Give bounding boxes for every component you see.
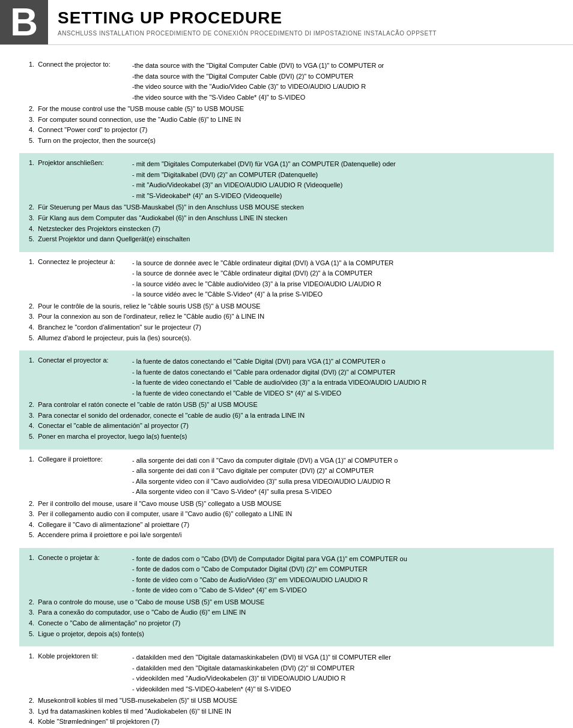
instruction-block-5: 1. Collegare il proiettore: - alla sorge… [24,456,549,541]
detail-line: -the video source with the "Audio/Video … [132,82,549,92]
simple-instruction: 2. Musekontroll kobles til med "USB-muse… [24,696,549,706]
instruction-number-7: 1. Koble projektoren til: [24,652,132,694]
simple-instruction: 2. Per il controllo del mouse, usare il … [24,499,549,510]
detail-line: - la source de donnée avec le "Câble ord… [132,258,549,268]
simple-instruction: 4. Netzstecker des Projektors einstecken… [24,224,549,235]
instruction-number-3: 1. Connectez le projecteur à: [24,258,132,300]
instruction-number-5: 1. Collegare il proiettore: [24,456,132,498]
header-text-block: SETTING UP PROCEDURE ANSCHLUSS INSTALLAT… [48,0,446,44]
simple-instruction: 5. Accendere prima il proiettore e poi l… [24,530,549,541]
detail-line: - la source de donnée avec le "Câble ord… [132,268,549,278]
simple-instruction: 4. Koble "Strømledningen" til projektore… [24,717,549,727]
detail-line: - mit "S-Videokabel* (4)" an S-VIDEO (Vi… [132,191,549,201]
simple-instruction: 3. Lyd fra datamaskinen kobles til med "… [24,706,549,717]
section-portuguese: 1. Conecte o projetar à: - fonte de dado… [19,548,554,646]
section-german: 1. Projektor anschließen: - mit dem "Dig… [19,153,554,251]
simple-instruction: 2. Para controlar el ratón conecte el "c… [24,400,549,411]
simple-instruction: 3. For computer sound connection, use th… [24,115,549,125]
instruction-row-5: 1. Collegare il proiettore: - alla sorge… [24,456,549,498]
simple-instruction: 2. Pour le contrôle de la souris, reliez… [24,301,549,312]
instruction-block-6: 1. Conecte o projetar à: - fonte de dado… [24,554,549,639]
instruction-detail-4: - la fuente de datos conectando el "Cabl… [132,356,549,399]
detail-line: - la fuente de datos conectando el "Cabl… [132,356,549,367]
instruction-row-3: 1. Connectez le projecteur à: - la sourc… [24,258,549,300]
instruction-row-7: 1. Koble projektoren til: - datakilden m… [24,652,549,694]
instruction-detail-2: - mit dem "Digitales Computerkabel (DVI)… [132,159,549,201]
instruction-detail-6: - fonte de dados com o "Cabo (DVI) de Co… [132,554,549,596]
instruction-row-6: 1. Conecte o projetar à: - fonte de dado… [24,554,549,596]
simple-instruction: 3. Para conectar el sonido del ordenador… [24,411,549,421]
simple-instruction: 3. Für Klang aus dem Computer das "Audio… [24,213,549,224]
instruction-row-2: 1. Projektor anschließen: - mit dem "Dig… [24,159,549,201]
detail-line: - fonte de dados com o "Cabo (DVI) de Co… [132,554,549,564]
detail-line: - Alla sorgente video con il "Cavo audio… [132,477,549,487]
instruction-block-7: 1. Koble projektoren til: - datakilden m… [24,652,549,728]
instruction-number-6: 1. Conecte o projetar à: [24,554,132,596]
detail-line: - alla sorgente dei dati con il "Cavo di… [132,466,549,476]
instruction-row-1: 1. Connect the projector to: -the data s… [24,61,549,103]
detail-line: - videokilden med "Audio/Videokabelen (3… [132,673,549,684]
detail-line: - fonte de vídeo com o "Cabo de Áudio/Vi… [132,575,549,585]
section-italian: 1. Collegare il proiettore: - alla sorge… [24,450,549,548]
detail-line: - la source vidéo avec le "Câble S-Video… [132,289,549,299]
simple-instruction: 2. For the mouse control use the "USB mo… [24,104,549,115]
instruction-block-2: 1. Projektor anschließen: - mit dem "Dig… [24,159,549,244]
instruction-number-4: 1. Conectar el proyector a: [24,356,132,399]
instruction-block-1: 1. Connect the projector to: -the data s… [24,61,549,146]
detail-line: -the data source with the "Digital Compu… [132,71,549,82]
detail-line: - fonte de dados com o "Cabo de Computad… [132,564,549,574]
section-spanish: 1. Conectar el proyector a: - la fuente … [19,350,554,449]
simple-instruction: 4. Collegare il "Cavo di alimentazione" … [24,520,549,531]
simple-instruction: 2. Para o controle do mouse, use o "Cabo… [24,597,549,608]
section-norwegian: 1. Koble projektoren til: - datakilden m… [24,646,549,728]
instruction-detail-7: - datakilden med den "Digitale datamaski… [132,652,549,694]
instruction-detail-1: -the data source with the "Digital Compu… [132,61,549,103]
detail-line: - datakilden med den "Digitale datamaski… [132,652,549,663]
detail-line: - Alla sorgente video con il "Cavo S-Vid… [132,487,549,497]
instruction-number-1: 1. Connect the projector to: [24,61,132,103]
instruction-block-3: 1. Connectez le projecteur à: - la sourc… [24,258,549,343]
detail-line: -the video source with the "S-Video Cabl… [132,92,549,103]
simple-instruction: 4. Conecte o "Cabo de alimentação" no pr… [24,618,549,629]
section-english: 1. Connect the projector to: -the data s… [24,55,549,153]
simple-instruction: 5. Allumez d'abord le projecteur, puis l… [24,333,549,344]
detail-line: - datakilden med den "Digitale datamaski… [132,663,549,673]
detail-line: - la fuente de video conectando el "Cabl… [132,378,549,388]
simple-instruction: 4. Connect "Power cord" to projector (7) [24,125,549,136]
simple-instruction: 3. Per il collegamento audio con il comp… [24,509,549,520]
simple-instruction: 4. Branchez le "cordon d'alimentation" s… [24,322,549,333]
section-letter: B [0,0,48,44]
instruction-detail-5: - alla sorgente dei dati con il "Cavo da… [132,456,549,498]
simple-instruction: 5. Ligue o projetor, depois a(s) fonte(s… [24,629,549,640]
detail-line: - la source vidéo avec le "Câble audio/v… [132,279,549,289]
instruction-number-2: 1. Projektor anschließen: [24,159,132,201]
main-content: 1. Connect the projector to: -the data s… [0,45,573,728]
section-french: 1. Connectez le projecteur à: - la sourc… [24,252,549,350]
simple-instruction: 5. Poner en marcha el proyector, luego l… [24,432,549,442]
detail-line: - la fuente de video conectando el "Cabl… [132,388,549,399]
simple-instruction: 3. Para a conexão do computador, use o "… [24,607,549,618]
page-title: SETTING UP PROCEDURE [58,8,437,28]
detail-line: - mit "Audio/Videokabel (3)" an VIDEO/AU… [132,180,549,190]
detail-line: - la fuente de datos conectando el "Cabl… [132,367,549,378]
page-header: B SETTING UP PROCEDURE ANSCHLUSS INSTALL… [0,0,573,45]
instruction-block-4: 1. Conectar el proyector a: - la fuente … [24,356,549,442]
detail-line: - fonte de video com o "Cabo de S-Video*… [132,585,549,595]
detail-line: - videokilden med "S-VIDEO-kabelen* (4)"… [132,684,549,694]
detail-line: -the data source with the "Digital Compu… [132,61,549,71]
simple-instruction: 5. Zuerst Projektor und dann Quellgerät(… [24,234,549,245]
simple-instruction: 4. Conectar el "cable de alimentación" a… [24,421,549,432]
detail-line: - alla sorgente dei dati con il "Cavo da… [132,456,549,466]
instruction-detail-3: - la source de donnée avec le "Câble ord… [132,258,549,300]
simple-instruction: 3. Pour la connexion au son de l'ordinat… [24,311,549,322]
detail-line: - mit dem "Digitales Computerkabel (DVI)… [132,159,549,169]
simple-instruction: 5. Turn on the projector, then the sourc… [24,136,549,146]
instruction-row-4: 1. Conectar el proyector a: - la fuente … [24,356,549,399]
detail-line: - mit dem "Digitalkabel (DVI) (2)" an CO… [132,170,549,180]
page-subtitle: ANSCHLUSS INSTALLATION PROCEDIMIENTO DE … [58,30,437,37]
simple-instruction: 2. Für Steuerung per Maus das "USB-Mausk… [24,202,549,213]
